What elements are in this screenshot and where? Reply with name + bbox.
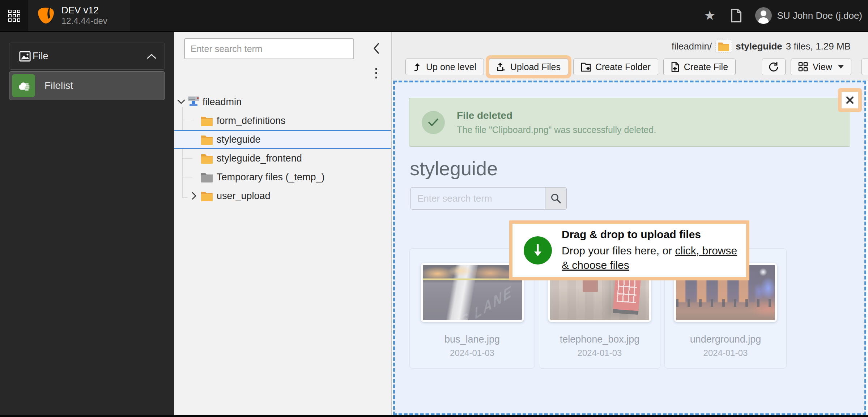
folder-icon [200,153,213,164]
share-button[interactable] [861,59,868,75]
folder-icon [200,134,213,145]
check-icon [428,118,439,127]
folder-search-bar [410,187,567,210]
breadcrumb-folder-wrap[interactable] [715,40,732,53]
tree-node-label: fileadmin [203,96,242,108]
opendocs-button[interactable] [728,5,744,26]
chevron-left-icon [373,43,380,54]
folder-search-input[interactable] [410,187,545,210]
tree-node-label: styleguide [217,134,261,145]
tree-node-label: styleguide_frontend [217,153,302,164]
tooltip-body: Drop your files here, or click, browse &… [562,244,744,272]
create-folder-button[interactable]: Create Folder [573,59,658,75]
alert-text: File deleted The file "Clipboard.png" wa… [457,110,656,135]
button-label: Upload Files [510,62,561,72]
chevron-down-icon[interactable] [176,99,186,104]
tooltip-text: Drag & drop to upload files Drop your fi… [562,228,744,272]
doc-header: fileadmin/ styleguide 3 files, 1.29 MB U… [392,32,868,81]
file-date: 2024-01-03 [539,348,660,358]
folder-heading: styleguide [410,157,498,180]
file-name: bus_lane.jpg [410,334,535,345]
folder-tree-panel: fileadmin form_definitions styleguide st… [174,32,392,415]
tree-node-fileadmin[interactable]: fileadmin [174,93,391,111]
site-brand[interactable]: DEV v12 12.4.44-dev [28,0,130,31]
module-menu-button[interactable] [0,0,28,31]
module-group-label: File [33,51,146,62]
sidebar-item-label: Filelist [44,80,73,91]
folder-icon [718,41,730,51]
user-menu[interactable]: SU John Doe (j.doe) [755,7,862,24]
upload-files-button[interactable]: Upload Files [489,59,568,75]
modules-grid-icon [8,10,20,22]
tree-node-styleguide-frontend[interactable]: styleguide_frontend [174,149,391,168]
thumbnail-frame: BUS LANE [421,263,524,322]
file-name: underground.jpg [665,334,786,345]
file-date: 2024-01-03 [410,348,535,358]
document-icon [731,9,742,22]
folder-search-button[interactable] [545,187,567,210]
bus-lane-thumbnail: BUS LANE [423,265,522,320]
level-up-icon [413,62,422,72]
up-one-level-button[interactable]: Up one level [405,59,484,75]
chevron-up-icon [146,53,157,60]
tree-node-label: user_upload [217,190,271,202]
create-file-button[interactable]: Create File [663,59,736,75]
breadcrumb: fileadmin/ styleguide 3 files, 1.29 MB [672,38,851,54]
tree-node-label: form_definitions [217,115,286,126]
success-check-badge [422,111,445,134]
folder-temp-icon [200,172,213,182]
view-grid-icon [798,62,808,72]
bollards-shape [676,299,775,307]
app-version: 12.4.44-dev [61,16,107,26]
folder-icon [200,190,213,201]
refresh-icon [768,61,779,72]
breadcrumb-current[interactable]: styleguide [736,41,782,52]
tree-node-temp[interactable]: Temporary files (_temp_) [174,168,391,186]
drop-arrow-badge [524,236,552,265]
typo3-backend: DEV v12 12.4.44-dev ★ [0,0,868,417]
tooltip-title: Drag & drop to upload files [562,228,744,241]
tree-search-input[interactable] [184,38,354,59]
chevron-right-icon[interactable] [190,192,199,200]
tree-node-user-upload[interactable]: user_upload [174,186,391,205]
upload-highlight-ring: Upload Files [489,59,568,75]
tree-options-button[interactable] [370,64,383,82]
collapse-tree-button[interactable] [368,40,384,56]
button-label: Create File [684,62,728,72]
filelist-module: fileadmin/ styleguide 3 files, 1.29 MB U… [392,32,868,417]
tree-node-form-definitions[interactable]: form_definitions [174,111,391,130]
success-alert: File deleted The file "Clipboard.png" wa… [409,98,850,147]
avatar [755,7,772,24]
folder-plus-icon [581,62,591,72]
tree-node-styleguide[interactable]: styleguide [174,130,391,149]
breadcrumb-meta: 3 files, 1.29 MB [786,41,851,52]
road-marking-text: BUS LANE [441,282,513,320]
module-group-file[interactable]: File [9,43,165,70]
alert-title: File deleted [457,110,656,121]
file-dropzone[interactable]: File deleted The file "Clipboard.png" wa… [393,81,866,415]
bookmarks-button[interactable]: ★ [702,5,718,26]
close-icon [846,96,854,104]
button-label: View [813,62,832,72]
view-mode-button[interactable]: View [791,59,851,75]
search-icon [550,193,562,204]
upload-icon [497,62,506,72]
window-bottom-edge [0,415,868,417]
top-bar: DEV v12 12.4.44-dev ★ [0,0,868,32]
arrow-down-icon [532,244,543,257]
breadcrumb-path[interactable]: fileadmin/ [672,41,712,52]
typo3-logo-icon [37,7,55,25]
button-label: Create Folder [595,62,651,72]
reload-button[interactable] [762,59,786,75]
file-plus-icon [671,62,680,72]
alert-close-button[interactable] [842,92,858,108]
topbar-actions: ★ SU John Doe (j.doe) [702,0,862,31]
sidebar-item-filelist[interactable]: Filelist [9,71,165,100]
toolbar: Up one level Upload Files [405,59,868,75]
file-date: 2024-01-03 [665,348,786,358]
star-icon: ★ [704,9,715,22]
drag-drop-tooltip[interactable]: Drag & drop to upload files Drop your fi… [509,220,749,280]
file-name: telephone_box.jpg [539,334,660,345]
user-name: SU John Doe (j.doe) [777,10,862,21]
button-label: Up one level [426,62,476,72]
